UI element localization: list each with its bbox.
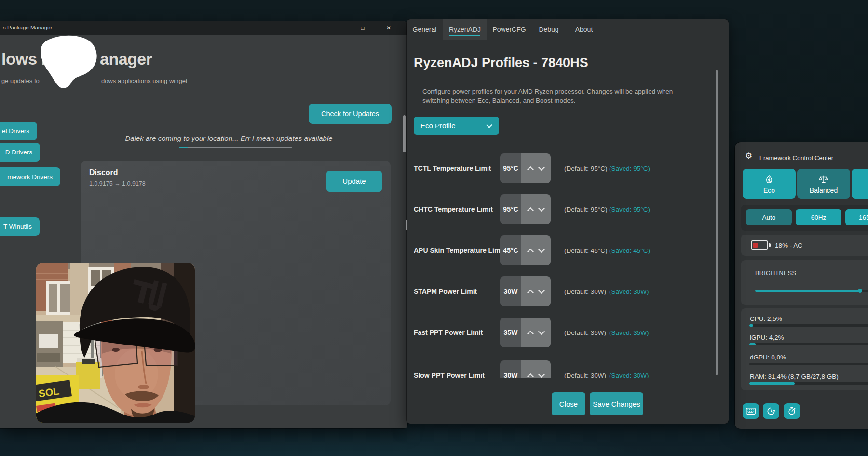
titlebar[interactable]: s Package Manager – □ ✕	[0, 21, 407, 35]
sidebar-button-intel-drivers[interactable]: el Drivers	[0, 122, 37, 140]
default-value: (Default: 35W)	[564, 329, 606, 336]
saved-value: (Saved: 45°C)	[609, 247, 650, 254]
mode-button-boost[interactable]: Boost	[852, 169, 868, 199]
panel-title: Framework Control Center	[760, 154, 833, 162]
increment-icon[interactable]	[527, 330, 534, 337]
increment-icon[interactable]	[527, 289, 534, 296]
battery-icon	[751, 240, 768, 250]
sidebar-button-winutils[interactable]: T Winutils	[0, 217, 40, 236]
setting-label: TCTL Temperature Limit	[414, 165, 491, 172]
battery-fill	[753, 243, 758, 248]
default-value: (Default: 95°C)	[564, 165, 607, 172]
close-button[interactable]: ✕	[385, 25, 393, 31]
setting-label: Fast PPT Power Limit	[414, 329, 483, 336]
keyboard-button[interactable]	[743, 403, 759, 419]
maximize-button[interactable]: □	[359, 25, 366, 31]
default-value: (Default: 95°C)	[564, 206, 607, 213]
fan-button[interactable]	[784, 403, 800, 419]
spinner-arrows	[521, 276, 551, 306]
censor-blob	[35, 35, 100, 95]
refresh-165hz-button[interactable]: 165Hz	[845, 209, 868, 225]
increment-icon[interactable]	[527, 373, 534, 378]
setting-row-stapm: STAPM Power Limit 30W (Default: 30W) (Sa…	[407, 276, 729, 306]
tab-debug[interactable]: Debug	[539, 19, 558, 40]
slider-knob[interactable]	[858, 289, 862, 293]
save-changes-button[interactable]: Save Changes	[590, 392, 643, 415]
tab-ryzenadj[interactable]: RyzenADJ	[443, 19, 487, 40]
saved-value: (Saved: 30W)	[609, 288, 649, 295]
increment-icon[interactable]	[527, 248, 534, 255]
close-button[interactable]: Close	[552, 392, 585, 415]
battery-text: 18% - AC	[775, 242, 802, 249]
sidebar-button-amd-drivers[interactable]: D Drivers	[0, 143, 40, 162]
sidebar-button-framework-drivers[interactable]: mework Drivers	[0, 167, 60, 186]
increment-icon[interactable]	[527, 166, 534, 173]
scrollbar-thumb[interactable]	[403, 115, 406, 152]
update-status-text: Dalek are coming to your location... Err…	[25, 134, 433, 142]
update-progress-bar	[179, 147, 292, 148]
mode-button-eco[interactable]: Eco	[743, 169, 796, 199]
app-version-change: 1.0.9175 → 1.0.9178	[89, 180, 146, 187]
ram-bar	[749, 382, 868, 385]
leaf-icon	[764, 174, 774, 185]
decrement-icon[interactable]	[538, 246, 545, 252]
framework-control-center: ⚙ Framework Control Center Eco Balanced …	[735, 142, 868, 429]
mode-button-balanced[interactable]: Balanced	[797, 169, 850, 199]
decrement-icon[interactable]	[538, 328, 545, 334]
spinner-arrows	[521, 318, 551, 347]
igpu-bar	[749, 343, 868, 345]
decrement-icon[interactable]	[538, 371, 545, 377]
brightness-label: BRIGHTNESS	[755, 270, 796, 276]
decrement-icon[interactable]	[538, 287, 545, 293]
tab-powercfg[interactable]: PowerCFG	[495, 19, 524, 40]
minimize-button[interactable]: –	[333, 25, 340, 31]
spinner-slow-ppt: 30W	[500, 360, 551, 378]
spinner-value[interactable]: 35W	[500, 318, 521, 347]
mode-label: Eco	[763, 186, 775, 194]
tab-label: PowerCFG	[492, 26, 526, 33]
battery-nub	[769, 243, 771, 247]
default-value: (Default: 30W)	[564, 372, 606, 378]
increment-icon[interactable]	[527, 207, 534, 214]
refresh-clock-button[interactable]	[763, 403, 779, 419]
setting-label: CHTC Temperature Limit	[414, 206, 493, 213]
framework-logo-icon: ⚙	[745, 152, 754, 161]
check-for-updates-button[interactable]: Check for Updates	[309, 104, 392, 124]
spinner-value[interactable]: 95°C	[500, 153, 521, 183]
decrement-icon[interactable]	[538, 164, 545, 170]
scrollbar-thumb[interactable]	[716, 70, 718, 375]
saved-value: (Saved: 30W)	[609, 372, 649, 378]
scrollbar-notch	[406, 220, 407, 230]
system-stats: CPU: 2,5% iGPU: 4,2% dGPU: 0,0% RAM: 31,…	[741, 308, 868, 390]
setting-row-apu-skin: APU Skin Temperature Limit 45°C (Default…	[407, 235, 729, 265]
window-title: s Package Manager	[3, 25, 52, 30]
fan-icon	[787, 407, 796, 415]
tab-about[interactable]: About	[574, 19, 594, 40]
refresh-auto-button[interactable]: Auto	[746, 209, 792, 225]
spinner-stapm: 30W	[500, 276, 551, 306]
spinner-value[interactable]: 30W	[500, 360, 521, 378]
tab-label: General	[413, 26, 437, 33]
tab-label: Debug	[539, 26, 558, 33]
spinner-value[interactable]: 30W	[500, 276, 521, 306]
tab-label: About	[575, 26, 593, 33]
spinner-value[interactable]: 45°C	[500, 235, 521, 265]
refresh-label: 165Hz	[859, 214, 868, 221]
setting-label: STAPM Power Limit	[414, 288, 477, 295]
mode-label: Balanced	[810, 186, 838, 194]
brightness-slider[interactable]	[755, 290, 868, 292]
update-button[interactable]: Update	[326, 171, 382, 192]
refresh-label: 60Hz	[811, 214, 827, 221]
battery-status: 18% - AC	[741, 235, 868, 256]
desktop: s Package Manager – □ ✕ lows P anager ge…	[0, 0, 868, 456]
page-subtitle: ge updates fo	[1, 77, 40, 84]
refresh-60hz-button[interactable]: 60Hz	[796, 209, 841, 225]
spinner-value[interactable]: 95°C	[500, 194, 521, 224]
profile-dropdown[interactable]: Eco Profile	[414, 117, 499, 135]
tab-general[interactable]: General	[414, 19, 435, 40]
scales-icon	[818, 174, 829, 185]
spinner-apu: 45°C	[500, 235, 551, 265]
ram-stat: RAM: 31,4% (8,7 GB/27,8 GB)	[750, 373, 839, 380]
decrement-icon[interactable]	[538, 205, 545, 211]
ryzenadj-window: General RyzenADJ PowerCFG Debug About Ry…	[407, 19, 729, 424]
